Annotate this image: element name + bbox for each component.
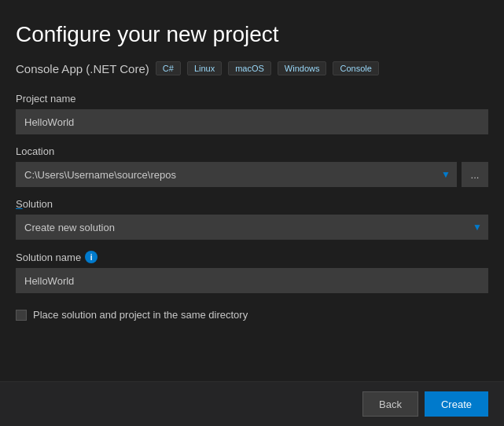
solution-select[interactable]: Create new solution Add to solution Crea… [16,215,488,240]
tag-macos: macOS [228,61,271,75]
solution-section: Solution Create new solution Add to solu… [16,198,488,240]
project-name-section: Project name [16,93,488,134]
project-name-input[interactable] [16,109,488,134]
solution-name-section: Solution name i [16,251,488,293]
tag-console: Console [333,61,378,75]
location-input-wrapper: ▼ [16,162,457,187]
location-row: ▼ ... [16,162,488,187]
page-title: Configure your new project [16,22,488,47]
tag-linux: Linux [187,61,222,75]
subtitle-row: Console App (.NET Core) C# Linux macOS W… [16,61,488,75]
footer: Back Create [0,381,504,426]
tag-csharp: C# [156,61,181,75]
solution-name-info-icon[interactable]: i [85,251,97,263]
back-button[interactable]: Back [362,391,418,417]
solution-name-label: Solution name i [16,251,488,263]
location-input[interactable] [16,162,457,187]
tag-windows: Windows [278,61,327,75]
location-label: Location [16,145,488,157]
solution-select-wrapper: Create new solution Add to solution Crea… [16,215,488,240]
solution-label-text: Solution [16,198,53,210]
same-directory-label: Place solution and project in the same d… [33,309,248,321]
checkbox-row: Place solution and project in the same d… [16,309,488,321]
solution-label: Solution [16,198,488,210]
create-button[interactable]: Create [425,391,488,417]
same-directory-checkbox[interactable] [16,310,27,321]
main-container: Configure your new project Console App (… [0,0,504,426]
browse-button[interactable]: ... [462,162,488,187]
project-name-label: Project name [16,93,488,105]
solution-name-input[interactable] [16,268,488,293]
subtitle-text: Console App (.NET Core) [16,62,149,75]
location-section: Location ▼ ... [16,145,488,187]
